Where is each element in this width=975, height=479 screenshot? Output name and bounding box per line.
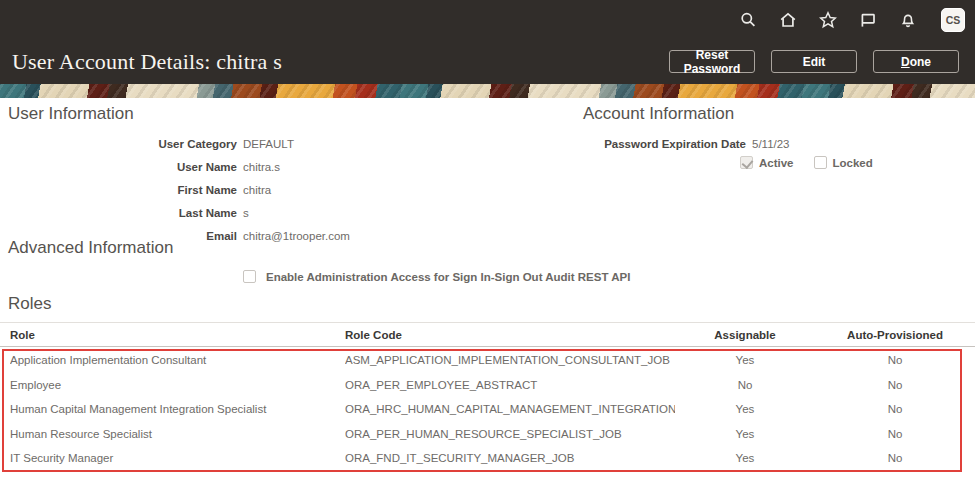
column-header-auto-provisioned[interactable]: Auto-Provisioned — [815, 329, 975, 341]
field-first-name: First Name chitra — [0, 178, 350, 201]
account-status-checkboxes: Active Locked — [740, 156, 873, 169]
role-cell: IT Security Manager — [10, 452, 345, 464]
role-cell: Human Resource Specialist — [10, 428, 345, 440]
decorative-banner — [0, 84, 975, 98]
first-name-label: First Name — [0, 184, 237, 196]
role-cell: Application Implementation Consultant — [10, 354, 345, 366]
account-information-heading: Account Information — [583, 104, 734, 124]
table-row[interactable]: IT Security Manager ORA_FND_IT_SECURITY_… — [0, 446, 975, 471]
role-code-cell: ORA_FND_IT_SECURITY_MANAGER_JOB — [345, 452, 675, 464]
edit-label: Edit — [803, 55, 826, 69]
global-header: CS — [0, 0, 975, 40]
locked-checkbox[interactable] — [814, 156, 827, 169]
field-user-category: User Category DEFAULT — [0, 132, 350, 155]
active-checkbox[interactable] — [740, 156, 753, 169]
notifications-bell-icon[interactable] — [895, 7, 921, 33]
auto-provisioned-cell: No — [815, 452, 975, 464]
user-name-label: User Name — [0, 161, 237, 173]
auto-provisioned-cell: No — [815, 354, 975, 366]
column-header-role-code[interactable]: Role Code — [345, 329, 675, 341]
done-button[interactable]: Done — [873, 50, 959, 73]
auto-provisioned-cell: No — [815, 379, 975, 391]
rest-api-access-label: Enable Administration Access for Sign In… — [266, 271, 630, 283]
locked-checkbox-label: Locked — [833, 157, 873, 169]
active-checkbox-label: Active — [759, 157, 794, 169]
user-category-value: DEFAULT — [243, 138, 294, 150]
assignable-cell: Yes — [675, 354, 815, 366]
user-information-heading: User Information — [8, 104, 134, 124]
user-information-form: User Category DEFAULT User Name chitra.s… — [0, 132, 350, 247]
user-name-value: chitra.s — [243, 161, 280, 173]
user-avatar[interactable]: CS — [941, 8, 965, 32]
rest-api-access-checkbox[interactable] — [243, 270, 256, 283]
last-name-label: Last Name — [0, 207, 237, 219]
advanced-information-checkbox-row: Enable Administration Access for Sign In… — [243, 270, 630, 283]
advanced-information-heading: Advanced Information — [8, 238, 173, 258]
first-name-value: chitra — [243, 184, 271, 196]
auto-provisioned-cell: No — [815, 428, 975, 440]
reset-password-label: Reset Password — [670, 48, 754, 76]
home-icon[interactable] — [775, 7, 801, 33]
roles-heading: Roles — [8, 294, 51, 314]
roles-table-body: Application Implementation Consultant AS… — [0, 348, 975, 471]
last-name-value: s — [243, 207, 249, 219]
role-code-cell: ORA_PER_HUMAN_RESOURCE_SPECIALIST_JOB — [345, 428, 675, 440]
role-code-cell: ASM_APPLICATION_IMPLEMENTATION_CONSULTAN… — [345, 354, 675, 366]
account-information-form: Password Expiration Date 5/11/23 — [583, 132, 790, 155]
done-label: Done — [901, 55, 931, 69]
user-account-details-page: CS User Account Details: chitra s Reset … — [0, 0, 975, 479]
column-header-assignable[interactable]: Assignable — [675, 329, 815, 341]
auto-provisioned-cell: No — [815, 403, 975, 415]
role-cell: Employee — [10, 379, 345, 391]
email-value: chitra@1trooper.com — [243, 230, 350, 242]
field-last-name: Last Name s — [0, 201, 350, 224]
page-title: User Account Details: chitra s — [12, 49, 282, 75]
assignable-cell: Yes — [675, 428, 815, 440]
table-row[interactable]: Application Implementation Consultant AS… — [0, 348, 975, 373]
assignable-cell: Yes — [675, 452, 815, 464]
role-cell: Human Capital Management Integration Spe… — [10, 403, 345, 415]
user-category-label: User Category — [0, 138, 237, 150]
table-row[interactable]: Human Capital Management Integration Spe… — [0, 397, 975, 422]
field-password-expiration: Password Expiration Date 5/11/23 — [583, 132, 790, 155]
favorites-star-icon[interactable] — [815, 7, 841, 33]
assignable-cell: No — [675, 379, 815, 391]
table-row[interactable]: Human Resource Specialist ORA_PER_HUMAN_… — [0, 422, 975, 447]
field-user-name: User Name chitra.s — [0, 155, 350, 178]
page-header: User Account Details: chitra s Reset Pas… — [0, 40, 975, 84]
flag-announcements-icon[interactable] — [855, 7, 881, 33]
edit-button[interactable]: Edit — [771, 50, 857, 73]
table-row[interactable]: Employee ORA_PER_EMPLOYEE_ABSTRACT No No — [0, 373, 975, 398]
header-actions: Reset Password Edit Done — [669, 50, 959, 73]
roles-table-header: Role Role Code Assignable Auto-Provision… — [0, 322, 975, 347]
assignable-cell: Yes — [675, 403, 815, 415]
password-expiration-value: 5/11/23 — [752, 138, 790, 150]
role-code-cell: ORA_PER_EMPLOYEE_ABSTRACT — [345, 379, 675, 391]
role-code-cell: ORA_HRC_HUMAN_CAPITAL_MANAGEMENT_INTEGRA… — [345, 403, 675, 415]
page-content: User Information User Category DEFAULT U… — [0, 98, 975, 479]
password-expiration-label: Password Expiration Date — [583, 138, 746, 150]
search-icon[interactable] — [735, 7, 761, 33]
column-header-role[interactable]: Role — [10, 329, 345, 341]
reset-password-button[interactable]: Reset Password — [669, 50, 755, 73]
